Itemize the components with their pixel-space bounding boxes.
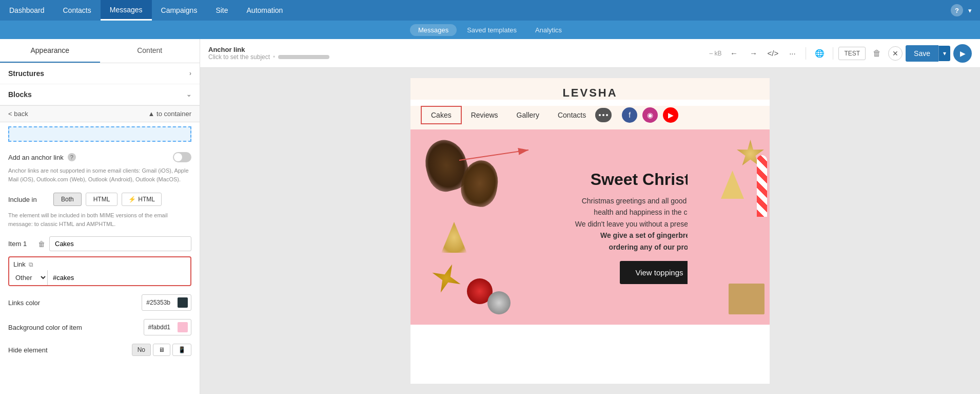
nav-item-dashboard[interactable]: Dashboard [0,0,54,21]
globe-button[interactable]: 🌐 [811,45,828,62]
item1-row: Item 1 🗑 [0,233,200,254]
link-value-input[interactable] [48,271,190,285]
nav-item-reviews[interactable]: Reviews [462,107,507,123]
nav-item-campaigns[interactable]: Campaigns [152,0,207,21]
anchor-warning-text: Anchor links are not supported in some e… [0,164,200,189]
bg-color-swatch[interactable]: #fabdd1 [144,319,191,335]
email-subtitle[interactable]: Click to set the subject • [208,53,705,61]
tab-content[interactable]: Content [100,39,200,63]
anchor-link-label: Add an anchor link [8,154,64,161]
hero-right-decorations [688,129,770,325]
include-amp-button[interactable]: ⚡ HTML [122,193,162,206]
link-inputs-row: Other URL Email Phone [9,270,190,285]
hero-cta-button[interactable]: View toppings [620,261,698,284]
links-color-row: Links color #25353b [0,290,200,315]
structures-section[interactable]: Structures › [0,63,200,84]
email-subtitle-text: Click to set the subject [208,53,270,61]
back-button[interactable]: < back [8,110,28,118]
social-icons: f ◉ ▶ [622,107,678,123]
hero-bg [410,129,554,325]
subject-placeholder [278,55,329,59]
panel-tabs: Appearance Content [0,39,200,63]
item1-input[interactable] [49,236,191,251]
brand-name: LEVSHA [421,86,759,100]
code-button[interactable]: </> [765,45,781,62]
blocks-label: Blocks [8,90,32,99]
nav-item-cakes[interactable]: Cakes [421,106,462,124]
link-label-text: Link [13,260,26,268]
left-panel: Appearance Content Structures › Blocks ⌄… [0,39,200,394]
hide-mobile-button[interactable]: 📱 [172,344,191,356]
link-copy-icon[interactable]: ⧉ [29,261,33,268]
dot1 [599,114,601,116]
editor-toolbar: Anchor link Click to set the subject • –… [200,39,980,68]
structures-label: Structures [8,69,44,78]
redo-button[interactable]: → [745,45,761,62]
save-dropdown-button[interactable]: ▾ [938,46,950,61]
nav-item-automation[interactable]: Automation [238,0,292,21]
bg-color-label: Background color of item [8,324,144,331]
links-color-box [174,295,191,310]
nav-item-site[interactable]: Site [206,0,237,21]
nav-item-contacts[interactable]: Contacts [548,107,595,123]
subnav-saved-templates[interactable]: Saved templates [459,24,525,36]
links-color-label: Links color [8,299,142,307]
item1-delete-icon[interactable]: 🗑 [38,240,45,248]
gift-box [729,284,765,314]
structures-chevron: › [189,70,191,77]
nav-item-messages[interactable]: Messages [101,0,152,21]
candy-cane [757,155,767,217]
subnav-messages[interactable]: Messages [410,24,457,36]
preview-button[interactable]: ▶ [953,44,972,63]
nav-more-dots[interactable] [595,108,612,122]
link-section: Link ⧉ Other URL Email Phone [8,256,191,286]
toolbar-separator2 [833,47,833,60]
email-nav-area: Cakes Reviews Gallery Contacts f ◉ [410,106,770,129]
include-in-row: Include in Both HTML ⚡ HTML [0,189,200,210]
lightning-icon: ⚡ [128,196,136,203]
anchor-toggle[interactable] [173,152,191,162]
include-both-button[interactable]: Both [53,193,82,206]
links-color-indicator [178,297,188,308]
blocks-section: Blocks ⌄ [0,84,200,106]
email-preview: LEVSHA Cakes Reviews Gallery Contacts [410,78,770,384]
undo-button[interactable]: ← [726,45,742,62]
toolbar-icons: ← → </> ··· 🌐 TEST 🗑 ✕ Save ▾ ▶ [726,44,972,63]
hide-desktop-button[interactable]: 🖥 [153,344,170,356]
hero-image-left [410,129,554,325]
cookie-tree [441,222,467,253]
email-hero: Sweet Christmas! Christmas greetings and… [410,129,770,325]
blocks-header[interactable]: Blocks ⌄ [0,84,200,105]
dot2 [602,114,604,116]
facebook-icon[interactable]: f [622,107,637,123]
link-label-row: Link ⧉ [9,257,190,270]
user-dropdown[interactable]: ▾ [968,7,972,14]
bg-color-hex: #fabdd1 [144,321,174,333]
item1-label: Item 1 [8,240,34,248]
include-description: The element will be included in both MIM… [0,210,200,233]
more-options-button[interactable]: ··· [784,45,800,62]
youtube-icon[interactable]: ▶ [663,107,678,123]
dot3 [606,114,608,116]
subnav-analytics[interactable]: Analytics [527,24,570,36]
email-nav: Cakes Reviews Gallery Contacts [421,106,612,124]
hide-no-button[interactable]: No [132,344,151,356]
nav-item-contacts[interactable]: Contacts [54,0,101,21]
anchor-help-icon[interactable]: ? [68,153,76,161]
hide-element-row: Hide element No 🖥 📱 [0,340,200,360]
test-button[interactable]: TEST [838,47,866,60]
link-type-select[interactable]: Other URL Email Phone [9,270,48,285]
help-button[interactable]: ? [951,4,963,16]
email-info: Anchor link Click to set the subject • [208,46,705,61]
save-button[interactable]: Save [906,45,938,62]
close-button[interactable]: ✕ [888,46,903,61]
to-container-button[interactable]: ▲ to container [148,110,191,118]
links-color-swatch[interactable]: #25353b [142,294,191,311]
snowflake-gold [426,258,466,298]
nav-item-gallery[interactable]: Gallery [507,107,548,123]
amp-label: HTML [138,196,155,203]
instagram-icon[interactable]: ◉ [642,107,658,123]
include-html-button[interactable]: HTML [86,193,118,206]
tab-appearance[interactable]: Appearance [0,39,100,63]
delete-button[interactable]: 🗑 [869,49,885,58]
